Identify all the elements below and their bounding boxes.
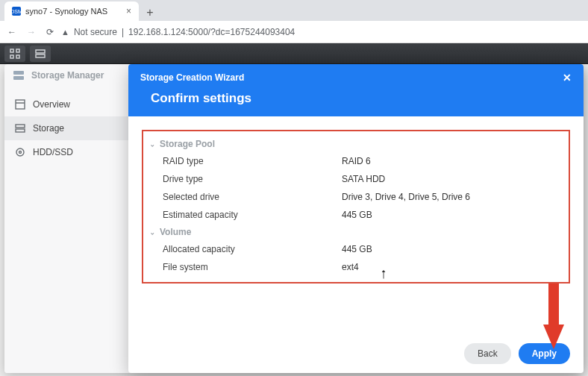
nav-arrows: ← → ⟳ (7, 27, 54, 37)
browser-toolbar: ← → ⟳ ▲ Not secure | 192.168.1.124:5000/… (0, 21, 588, 43)
sidebar-item-label: Overview (33, 99, 70, 110)
dsm-taskbar (0, 43, 588, 64)
svg-rect-8 (16, 100, 25, 109)
close-tab-icon[interactable]: × (126, 6, 131, 16)
svg-rect-0 (10, 49, 13, 52)
svg-rect-7 (13, 76, 24, 80)
address-bar[interactable]: ▲ Not secure | 192.168.1.124:5000/?dc=16… (61, 27, 295, 37)
url-text: 192.168.1.124:5000/?dc=1675244093404 (128, 27, 295, 37)
svg-rect-5 (36, 54, 45, 57)
svg-rect-11 (16, 129, 25, 132)
row-drive-type: Drive type SATA HDD (149, 170, 563, 188)
row-raid-type: RAID type RAID 6 (149, 152, 563, 170)
label: RAID type (163, 156, 342, 166)
label: Allocated capacity (163, 244, 342, 254)
svg-rect-2 (10, 55, 13, 58)
row-estimated-capacity: Estimated capacity 445 GB (149, 206, 563, 224)
svg-rect-3 (16, 55, 19, 58)
chevron-down-icon: ⌃ (149, 140, 155, 148)
svg-rect-1 (16, 49, 19, 52)
wizard-footer: Back Apply (128, 334, 584, 373)
svg-rect-4 (36, 50, 45, 53)
security-label: Not secure (74, 27, 117, 37)
section-volume[interactable]: ⌃ Volume (149, 224, 563, 240)
svg-rect-6 (13, 71, 24, 75)
window-title: Storage Manager (31, 70, 104, 81)
sidebar-item-storage[interactable]: Storage (4, 116, 128, 140)
wizard-body: ⌃ Storage Pool RAID type RAID 6 Drive ty… (128, 116, 584, 334)
browser-tab-strip: DSM syno7 - Synology NAS × + (0, 0, 588, 21)
sidebar-item-hddssd[interactable]: HDD/SSD (4, 140, 128, 164)
tab-title: syno7 - Synology NAS (25, 7, 107, 16)
value: ext4 (342, 262, 359, 272)
settings-summary: ⌃ Storage Pool RAID type RAID 6 Drive ty… (142, 130, 570, 283)
section-title: Storage Pool (160, 139, 215, 149)
sidebar: Overview Storage HDD/SSD (4, 87, 128, 373)
row-allocated-capacity: Allocated capacity 445 GB (149, 240, 563, 258)
svg-rect-10 (16, 125, 25, 128)
label: Estimated capacity (163, 210, 342, 220)
svg-point-13 (19, 151, 22, 154)
back-icon[interactable]: ← (7, 27, 16, 37)
value: RAID 6 (342, 156, 371, 166)
value: Drive 3, Drive 4, Drive 5, Drive 6 (342, 192, 470, 202)
storage-creation-wizard: Storage Creation Wizard ✕ Confirm settin… (128, 64, 584, 373)
section-storage-pool[interactable]: ⌃ Storage Pool (149, 136, 563, 152)
value: SATA HDD (342, 174, 385, 184)
wizard-header: Storage Creation Wizard ✕ Confirm settin… (128, 64, 584, 116)
value: 445 GB (342, 244, 372, 254)
reload-icon[interactable]: ⟳ (46, 27, 54, 37)
favicon: DSM (12, 7, 21, 16)
row-selected-drive: Selected drive Drive 3, Drive 4, Drive 5… (149, 188, 563, 206)
storage-manager-icon (12, 69, 25, 82)
chevron-down-icon: ⌃ (149, 228, 155, 236)
taskbar-storage-icon[interactable] (30, 46, 51, 62)
url-separator: | (122, 27, 124, 37)
label: Drive type (163, 174, 342, 184)
sidebar-item-overview[interactable]: Overview (4, 93, 128, 116)
wizard-subtitle: Storage Creation Wizard (140, 72, 244, 83)
close-icon[interactable]: ✕ (563, 72, 572, 84)
browser-tab[interactable]: DSM syno7 - Synology NAS × (4, 1, 139, 21)
label: File system (163, 262, 342, 272)
row-file-system: File system ext4 (149, 258, 563, 276)
sidebar-item-label: Storage (33, 123, 64, 134)
apply-button[interactable]: Apply (519, 343, 570, 364)
taskbar-grid-icon[interactable] (4, 46, 25, 62)
value: 445 GB (342, 210, 372, 220)
sidebar-item-label: HDD/SSD (33, 147, 73, 157)
wizard-title: Confirm settings (140, 84, 572, 106)
back-button[interactable]: Back (464, 343, 511, 364)
not-secure-icon: ▲ (61, 28, 69, 37)
forward-icon: → (27, 27, 36, 37)
section-title: Volume (160, 227, 191, 237)
label: Selected drive (163, 192, 342, 202)
new-tab-button[interactable]: + (142, 4, 158, 21)
svg-point-12 (16, 148, 24, 156)
